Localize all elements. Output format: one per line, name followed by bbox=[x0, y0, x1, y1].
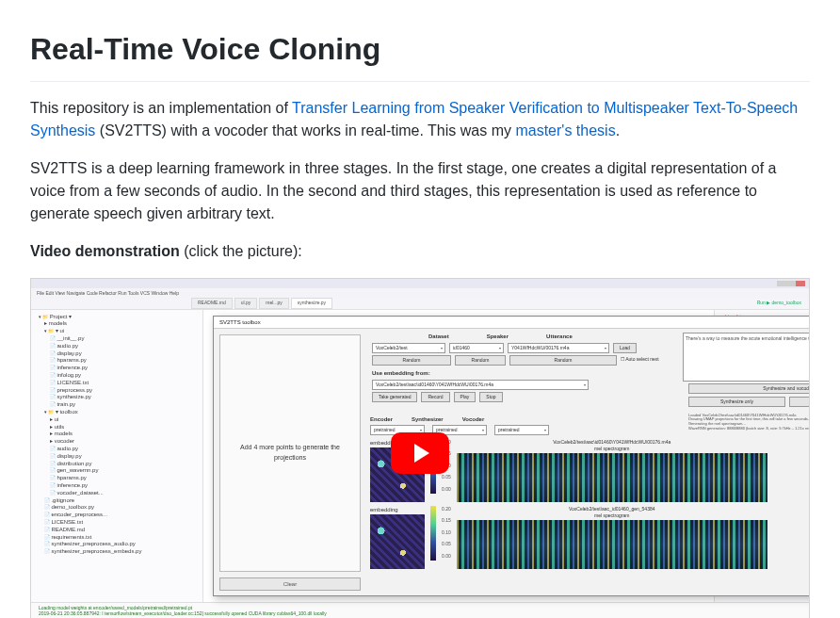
tree-item: ▸ ui bbox=[39, 416, 199, 424]
tree-item: Project ▾ bbox=[39, 314, 199, 321]
tree-item: encoder_preprocess... bbox=[39, 512, 199, 519]
tree-item: audio.py bbox=[39, 446, 199, 453]
synth-only-button: Synthesize only bbox=[688, 397, 785, 407]
synth-vocode-button: Synthesize and vocode bbox=[688, 383, 810, 394]
tree-item: synthesize.py bbox=[39, 394, 199, 401]
ide-console: Loading model weights at encoder/saved_m… bbox=[31, 602, 809, 618]
mel-spectrogram-1 bbox=[457, 453, 767, 502]
sv2tts-toolbox-window: SV2TTS toolbox Add 4 more points to gene… bbox=[213, 316, 810, 596]
editor-tab: ul.py bbox=[234, 298, 258, 309]
tree-item: vocoder_dataset... bbox=[39, 490, 199, 497]
editor-tab: synthesize.py bbox=[291, 298, 332, 309]
tree-item: .gitignore bbox=[39, 497, 199, 505]
vocode-only-button: Vocode only bbox=[789, 397, 810, 407]
umap-projection-box: Add 4 more points to generate the projec… bbox=[219, 334, 361, 572]
speaker-dropdown: id01460 bbox=[449, 343, 504, 353]
tree-item: synthesizer_preprocess_embeds.py bbox=[39, 548, 199, 556]
tree-item: preprocess.py bbox=[39, 387, 199, 395]
random-dataset-button: Random bbox=[372, 355, 451, 366]
intro-paragraph-1: This repository is an implementation of … bbox=[30, 97, 810, 142]
load-button: Load bbox=[613, 343, 637, 353]
window-titlebar bbox=[31, 279, 809, 288]
stop-button: Stop bbox=[479, 392, 502, 402]
tree-item: ▸ vocoder bbox=[39, 438, 199, 446]
tree-item: ▸ models bbox=[39, 320, 199, 328]
tree-item: LICENSE.txt bbox=[39, 519, 199, 527]
input-text-box: There's a way to measure the acute emoti… bbox=[683, 333, 810, 382]
ide-menubar: File Edit View Navigate Code Refactor Ru… bbox=[31, 288, 809, 299]
tree-item: demo_toolbox.py bbox=[39, 504, 199, 512]
project-tree: Project ▾▸ models▾ ui__init__.pyaudio.py… bbox=[31, 310, 203, 602]
tree-item: audio.py bbox=[39, 343, 199, 350]
video-demo-label: Video demonstration (click the picture): bbox=[30, 240, 810, 263]
tree-item: ▾ toolbox bbox=[39, 409, 199, 416]
ide-toolbar: README.mdul.pymel...pysynthesize.py Run … bbox=[31, 299, 809, 310]
utterance-dropdown: Y041WfHdcWU/00176.m4a bbox=[508, 343, 609, 353]
tree-item: README.md bbox=[39, 527, 199, 534]
embedding-heatmap-2 bbox=[370, 514, 425, 569]
intro-paragraph-2: SV2TTS is a deep learning framework in t… bbox=[30, 157, 810, 225]
youtube-play-icon[interactable] bbox=[391, 432, 449, 474]
embedding-source-dropdown: VoxCeleb2/test\aac\id01460\Y041WfHdcWU\0… bbox=[372, 380, 589, 390]
tree-item: display.py bbox=[39, 350, 199, 358]
tree-item: ▸ utils bbox=[39, 424, 199, 431]
colorbar-2 bbox=[430, 506, 436, 561]
run-config: Run ▶ demo_toolbox bbox=[757, 300, 801, 307]
toolbox-title: SV2TTS toolbox bbox=[214, 317, 810, 329]
page-title: Real-Time Voice Cloning bbox=[30, 26, 810, 82]
mel-spectrogram-2 bbox=[457, 520, 767, 569]
take-generated-button: Take generated bbox=[372, 392, 417, 402]
tree-item: display.py bbox=[39, 453, 199, 461]
tree-item: requirements.txt bbox=[39, 534, 199, 542]
tree-item: infolog.py bbox=[39, 372, 199, 380]
tree-item: gen_wavernn.py bbox=[39, 467, 199, 475]
tree-item: hparams.py bbox=[39, 475, 199, 482]
tree-item: __init__.py bbox=[39, 335, 199, 343]
play-button-ctrl: Play bbox=[454, 392, 477, 402]
tree-item: inference.py bbox=[39, 365, 199, 372]
editor-area: SV2TTS toolbox Add 4 more points to gene… bbox=[203, 310, 714, 602]
editor-tab: mel...py bbox=[259, 298, 289, 309]
tree-item: synthesizer_preprocess_audio.py bbox=[39, 541, 199, 548]
tree-item: hparams.py bbox=[39, 357, 199, 365]
video-thumbnail[interactable]: File Edit View Navigate Code Refactor Ru… bbox=[30, 278, 810, 618]
tree-item: inference.py bbox=[39, 482, 199, 490]
random-speaker-button: Random bbox=[455, 355, 506, 366]
tree-item: ▸ models bbox=[39, 431, 199, 438]
tree-item: ▾ ui bbox=[39, 328, 199, 335]
tree-item: distribution.py bbox=[39, 461, 199, 468]
tree-item: train.py bbox=[39, 401, 199, 409]
dataset-dropdown: VoxCeleb2/test bbox=[372, 343, 445, 353]
clear-button: Clear bbox=[219, 577, 361, 591]
editor-tab: README.md bbox=[191, 298, 233, 309]
random-utterance-button: Random bbox=[509, 355, 617, 366]
record-button: Record bbox=[421, 392, 449, 402]
tree-item: LICENSE.txt bbox=[39, 380, 199, 387]
thesis-link[interactable]: master's thesis bbox=[515, 122, 615, 138]
